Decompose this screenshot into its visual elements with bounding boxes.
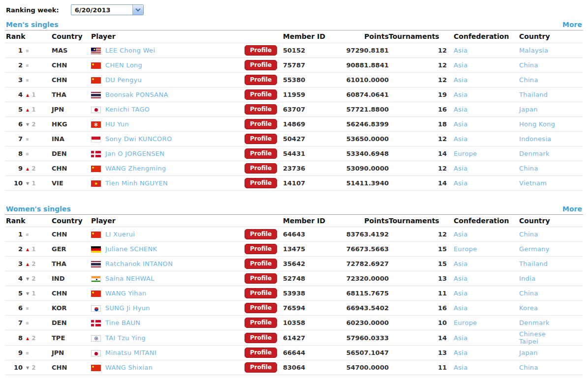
- profile-button[interactable]: Profile: [245, 148, 277, 159]
- player-link[interactable]: Tien Minh NGUYEN: [105, 179, 168, 187]
- country-link[interactable]: Indonesia: [519, 135, 552, 143]
- country-link[interactable]: Vietnam: [519, 179, 547, 187]
- confederation-link[interactable]: Asia: [454, 290, 467, 297]
- confederation-link[interactable]: Asia: [454, 334, 467, 342]
- confederation-link[interactable]: Europe: [454, 319, 477, 326]
- confederation-link[interactable]: Europe: [454, 245, 477, 253]
- profile-button[interactable]: Profile: [245, 134, 277, 144]
- country-link[interactable]: Japan: [519, 106, 538, 113]
- profile-button[interactable]: Profile: [245, 348, 277, 358]
- confederation-link[interactable]: Asia: [454, 304, 467, 312]
- country-link[interactable]: Chinese Taipei: [519, 330, 562, 345]
- country-link[interactable]: Malaysia: [519, 47, 548, 54]
- player-link[interactable]: TAI Tzu Ying: [105, 334, 146, 342]
- country-flag-icon: [91, 121, 101, 128]
- confederation-link[interactable]: Asia: [454, 275, 467, 282]
- country-link[interactable]: China: [519, 76, 538, 84]
- profile-button[interactable]: Profile: [245, 45, 277, 56]
- profile-button[interactable]: Profile: [245, 333, 277, 343]
- profile-button[interactable]: Profile: [245, 244, 277, 254]
- member-id: 11959: [283, 87, 332, 102]
- profile-button[interactable]: Profile: [245, 362, 277, 373]
- country-link[interactable]: China: [519, 364, 538, 371]
- profile-button[interactable]: Profile: [245, 303, 277, 313]
- country-code: HKG: [52, 117, 91, 131]
- country-link[interactable]: Denmark: [519, 150, 550, 157]
- player-link[interactable]: SUNG Ji Hyun: [105, 304, 150, 312]
- rank-move-arrow-icon: [26, 64, 29, 67]
- confederation-link[interactable]: Asia: [454, 260, 467, 267]
- player-link[interactable]: Juliane SCHENK: [105, 245, 157, 253]
- player-link[interactable]: Tine BAUN: [105, 319, 140, 326]
- select-arrow-button[interactable]: [132, 5, 143, 15]
- profile-button[interactable]: Profile: [245, 229, 277, 239]
- confederation-link[interactable]: Asia: [454, 135, 467, 143]
- country-link[interactable]: Korea: [519, 304, 538, 312]
- rank-number: 2: [5, 245, 23, 253]
- country-link[interactable]: Germany: [519, 245, 550, 253]
- country-flag-icon: [91, 107, 101, 113]
- profile-button[interactable]: Profile: [245, 163, 277, 174]
- confederation-link[interactable]: Asia: [454, 91, 467, 98]
- country-link[interactable]: Thailand: [519, 260, 548, 267]
- profile-button[interactable]: Profile: [245, 119, 277, 129]
- player-link[interactable]: Sony Dwi KUNCORO: [105, 135, 172, 143]
- profile-button[interactable]: Profile: [245, 273, 277, 284]
- country-link[interactable]: Denmark: [519, 319, 550, 326]
- player-link[interactable]: Saina NEHWAL: [105, 275, 155, 282]
- country-link[interactable]: Thailand: [519, 91, 548, 98]
- tournaments-count: 15: [389, 242, 454, 257]
- profile-button[interactable]: Profile: [245, 75, 277, 85]
- confederation-link[interactable]: Asia: [454, 106, 467, 113]
- confederation-link[interactable]: Asia: [454, 364, 467, 371]
- country-link[interactable]: China: [519, 290, 538, 297]
- confederation-link[interactable]: Europe: [454, 150, 477, 157]
- player-link[interactable]: DU Pengyu: [105, 76, 142, 84]
- section-header: Women's singles More: [5, 205, 583, 215]
- player-link[interactable]: Kenichi TAGO: [105, 106, 150, 113]
- player-link[interactable]: WANG Zhengming: [105, 165, 166, 172]
- profile-button[interactable]: Profile: [245, 288, 277, 298]
- country-link[interactable]: India: [519, 275, 535, 282]
- table-row: 8▲2 TPE TAI Tzu Ying Profile 61427 57960…: [5, 330, 583, 346]
- country-link[interactable]: Japan: [519, 349, 538, 356]
- player-link[interactable]: WANG Yihan: [105, 290, 147, 297]
- player-link[interactable]: Boonsak PONSANA: [105, 91, 168, 98]
- player-link[interactable]: LI Xuerui: [105, 231, 135, 238]
- ranking-week-select[interactable]: 6/20/2013: [71, 4, 144, 15]
- mens-singles-title-link[interactable]: Men's singles: [6, 21, 59, 29]
- col-tournaments: Tournaments: [389, 30, 454, 43]
- womens-singles-title-link[interactable]: Women's singles: [6, 205, 71, 213]
- profile-button[interactable]: Profile: [245, 178, 277, 188]
- confederation-link[interactable]: Asia: [454, 179, 467, 187]
- country-link[interactable]: China: [519, 231, 538, 238]
- confederation-link[interactable]: Asia: [454, 349, 467, 356]
- profile-button[interactable]: Profile: [245, 60, 277, 70]
- womens-more-link[interactable]: More: [562, 205, 582, 213]
- player-link[interactable]: LEE Chong Wei: [105, 47, 155, 54]
- player-link[interactable]: WANG Shixian: [105, 364, 153, 371]
- player-link[interactable]: CHEN Long: [105, 61, 142, 69]
- country-link[interactable]: China: [519, 165, 538, 172]
- country-code: CHN: [52, 161, 91, 175]
- rank-move-icon: [23, 47, 31, 54]
- confederation-link[interactable]: Asia: [454, 120, 467, 128]
- mens-more-link[interactable]: More: [562, 21, 582, 29]
- player-link[interactable]: HU Yun: [105, 120, 129, 128]
- profile-button[interactable]: Profile: [245, 259, 277, 269]
- confederation-link[interactable]: Asia: [454, 61, 467, 69]
- country-link[interactable]: Hong Kong: [519, 120, 555, 128]
- confederation-link[interactable]: Asia: [454, 165, 467, 172]
- confederation-link[interactable]: Asia: [454, 231, 467, 238]
- confederation-link[interactable]: Asia: [454, 76, 467, 84]
- country-link[interactable]: China: [519, 61, 538, 69]
- rank-move-arrow-icon: ▼: [26, 122, 29, 127]
- profile-button[interactable]: Profile: [245, 104, 277, 115]
- player-link[interactable]: Jan O JORGENSEN: [105, 150, 164, 157]
- profile-button[interactable]: Profile: [245, 318, 277, 328]
- confederation-link[interactable]: Asia: [454, 47, 467, 54]
- profile-button[interactable]: Profile: [245, 89, 277, 100]
- player-link[interactable]: Ratchanok INTANON: [105, 260, 173, 267]
- mens-singles-section: Men's singles More Rank Country Player M…: [5, 21, 583, 191]
- player-link[interactable]: Minatsu MITANI: [105, 349, 156, 356]
